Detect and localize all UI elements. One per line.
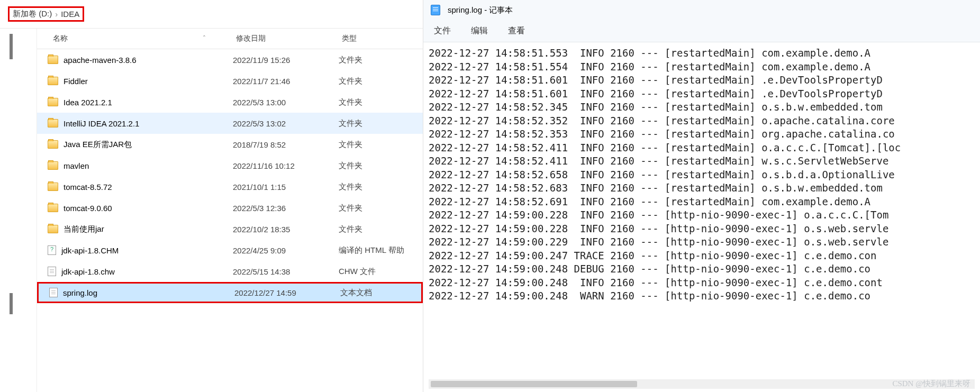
file-name-cell: Idea 2021.2.1: [37, 98, 233, 107]
file-name-label: jdk-api-1.8.CHM: [61, 246, 119, 255]
file-row[interactable]: 当前使用jar2022/10/2 18:35文件夹: [37, 218, 423, 240]
folder-icon: [48, 204, 58, 212]
file-icon: [49, 288, 58, 297]
folder-icon: [48, 119, 58, 127]
file-date-cell: 2022/11/16 10:12: [233, 161, 339, 170]
breadcrumb-part-drive[interactable]: 新加卷 (D:): [13, 9, 52, 19]
file-name-cell: Fiddler: [37, 77, 233, 86]
file-type-cell: 文件夹: [339, 76, 423, 86]
file-date-cell: 2022/11/9 15:26: [233, 56, 339, 65]
column-header-date[interactable]: 修改日期: [233, 29, 339, 49]
folder-icon: [48, 140, 58, 149]
file-date-cell: 2022/5/15 14:38: [233, 267, 339, 276]
file-type-cell: CHW 文件: [339, 267, 423, 277]
file-name-label: Idea 2021.2.1: [63, 98, 112, 107]
file-name-label: jdk-api-1.8.chw: [61, 267, 115, 276]
file-row[interactable]: jdk-api-1.8.chw2022/5/15 14:38CHW 文件: [37, 261, 423, 282]
sort-asc-icon: ˆ: [203, 35, 205, 42]
file-row[interactable]: apache-maven-3.8.62022/11/9 15:26文件夹: [37, 49, 423, 70]
file-name-cell: mavlen: [37, 161, 233, 170]
file-type-cell: 文件夹: [339, 182, 423, 192]
file-type-cell: 文件夹: [339, 203, 423, 213]
folder-icon: [48, 77, 58, 85]
file-row[interactable]: spring.log2022/12/27 14:59文本文档: [37, 282, 423, 303]
file-row[interactable]: Java EE所需JAR包2018/7/19 8:52文件夹: [37, 134, 423, 155]
breadcrumb[interactable]: 新加卷 (D:) › IDEA: [0, 0, 423, 29]
file-row[interactable]: jdk-api-1.8.CHM2022/4/25 9:09编译的 HTML 帮助: [37, 240, 423, 261]
file-date-cell: 2022/4/25 9:09: [233, 246, 339, 255]
nav-tree-gutter[interactable]: [0, 29, 37, 392]
file-name-label: tomcat-8.5.72: [63, 183, 112, 192]
breadcrumb-part-folder[interactable]: IDEA: [61, 10, 79, 19]
file-name-cell: IntelliJ IDEA 2021.2.1: [37, 119, 233, 128]
explorer-body: 名称 ˆ 修改日期 类型 apache-maven-3.8.62022/11/9…: [0, 29, 423, 392]
file-date-cell: 2021/10/1 1:15: [233, 183, 339, 192]
folder-icon: [48, 225, 58, 233]
file-row[interactable]: Idea 2021.2.12022/5/3 13:00文件夹: [37, 92, 423, 113]
file-type-cell: 文件夹: [339, 224, 423, 234]
file-name-label: spring.log: [63, 288, 97, 297]
file-date-cell: 2022/10/2 18:35: [233, 225, 339, 234]
file-date-cell: 2022/5/3 13:02: [233, 119, 339, 128]
file-name-label: 当前使用jar: [63, 224, 104, 234]
scroll-indicator: [10, 34, 13, 59]
menu-edit[interactable]: 编辑: [471, 25, 488, 37]
folder-icon: [48, 56, 58, 64]
notepad-window: spring.log - 记事本 文件 编辑 查看 2022-12-27 14:…: [423, 0, 980, 392]
file-name-label: Fiddler: [63, 77, 88, 86]
file-name-label: apache-maven-3.8.6: [63, 56, 137, 65]
scrollbar-thumb[interactable]: [431, 381, 637, 387]
file-name-cell: tomcat-9.0.60: [37, 204, 233, 213]
file-row[interactable]: mavlen2022/11/16 10:12文件夹: [37, 155, 423, 176]
notepad-menubar: 文件 编辑 查看: [423, 20, 980, 42]
file-name-label: tomcat-9.0.60: [63, 204, 112, 213]
file-name-label: IntelliJ IDEA 2021.2.1: [63, 119, 139, 128]
file-row[interactable]: Fiddler2022/11/7 21:46文件夹: [37, 70, 423, 92]
file-type-cell: 文件夹: [339, 55, 423, 65]
file-type-cell: 编译的 HTML 帮助: [339, 245, 423, 256]
file-type-cell: 文件夹: [339, 161, 423, 171]
file-name-label: Java EE所需JAR包: [63, 140, 132, 150]
scroll-indicator: [10, 293, 13, 314]
file-list: 名称 ˆ 修改日期 类型 apache-maven-3.8.62022/11/9…: [37, 29, 423, 392]
file-name-cell: Java EE所需JAR包: [37, 140, 233, 150]
file-type-cell: 文本文档: [340, 288, 421, 298]
column-name-label: 名称: [53, 34, 68, 43]
file-type-cell: 文件夹: [339, 97, 423, 107]
notepad-app-icon: [431, 5, 440, 15]
breadcrumb-highlight: 新加卷 (D:) › IDEA: [8, 6, 84, 22]
notepad-title-text: spring.log - 记事本: [448, 5, 513, 15]
column-header-name[interactable]: 名称 ˆ: [37, 29, 233, 49]
file-name-cell: 当前使用jar: [37, 224, 233, 234]
chevron-right-icon: ›: [55, 10, 58, 19]
file-name-cell: jdk-api-1.8.chw: [37, 267, 233, 276]
notepad-text-area[interactable]: 2022-12-27 14:58:51.553 INFO 2160 --- [r…: [423, 42, 980, 392]
file-date-cell: 2018/7/19 8:52: [233, 140, 339, 149]
folder-icon: [48, 98, 58, 106]
column-header-type[interactable]: 类型: [339, 29, 423, 49]
file-name-label: mavlen: [63, 161, 89, 170]
file-name-cell: spring.log: [39, 288, 234, 297]
file-name-cell: apache-maven-3.8.6: [37, 56, 233, 65]
file-name-cell: tomcat-8.5.72: [37, 183, 233, 192]
column-headers: 名称 ˆ 修改日期 类型: [37, 29, 423, 49]
file-type-cell: 文件夹: [339, 140, 423, 150]
chm-icon: [48, 245, 56, 255]
file-row[interactable]: tomcat-9.0.602022/5/3 12:36文件夹: [37, 197, 423, 218]
watermark-text: CSDN @快到锅里来呀: [892, 379, 970, 389]
menu-file[interactable]: 文件: [434, 25, 451, 37]
file-icon: [48, 267, 56, 276]
folder-icon: [48, 161, 58, 170]
file-type-cell: 文件夹: [339, 118, 423, 129]
file-date-cell: 2022/5/3 13:00: [233, 98, 339, 107]
file-date-cell: 2022/5/3 12:36: [233, 204, 339, 213]
file-explorer: 新加卷 (D:) › IDEA 名称 ˆ 修改日期 类型 apache-mave…: [0, 0, 423, 392]
file-row[interactable]: tomcat-8.5.722021/10/1 1:15文件夹: [37, 176, 423, 197]
file-row[interactable]: IntelliJ IDEA 2021.2.12022/5/3 13:02文件夹: [37, 113, 423, 134]
notepad-titlebar[interactable]: spring.log - 记事本: [423, 0, 980, 20]
file-name-cell: jdk-api-1.8.CHM: [37, 245, 233, 255]
menu-view[interactable]: 查看: [508, 25, 525, 37]
folder-icon: [48, 183, 58, 191]
file-date-cell: 2022/11/7 21:46: [233, 77, 339, 86]
file-date-cell: 2022/12/27 14:59: [234, 288, 340, 297]
